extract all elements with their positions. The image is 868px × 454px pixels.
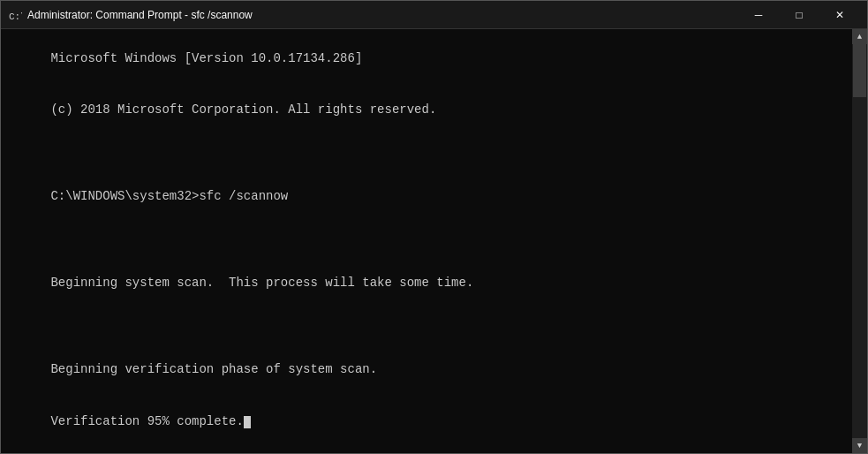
window-controls: ─ □ ✕ <box>738 1 860 29</box>
scrollbar-track[interactable] <box>852 44 867 438</box>
terminal-line-4: C:\WINDOWS\system32>sfc /scannow <box>50 189 288 203</box>
svg-text:C:\: C:\ <box>9 11 22 22</box>
maximize-button[interactable]: □ <box>779 1 819 29</box>
scrollbar[interactable]: ▲ ▼ <box>852 29 867 453</box>
window-title: Administrator: Command Prompt - sfc /sca… <box>27 9 738 21</box>
terminal-line-8: Beginning verification phase of system s… <box>50 362 377 376</box>
terminal-line-2: (c) 2018 Microsoft Corporation. All righ… <box>50 102 436 117</box>
terminal-output[interactable]: Microsoft Windows [Version 10.0.17134.28… <box>1 29 852 453</box>
scrollbar-up-arrow[interactable]: ▲ <box>852 29 867 44</box>
cmd-window: C:\ Administrator: Command Prompt - sfc … <box>0 0 868 454</box>
window-content: Microsoft Windows [Version 10.0.17134.28… <box>1 29 867 453</box>
terminal-line-6: Beginning system scan. This process will… <box>50 276 473 290</box>
scrollbar-thumb[interactable] <box>853 44 866 97</box>
terminal-cursor <box>244 416 251 428</box>
scrollbar-down-arrow[interactable]: ▼ <box>852 438 867 453</box>
terminal-line-1: Microsoft Windows [Version 10.0.17134.28… <box>50 51 362 65</box>
minimize-button[interactable]: ─ <box>738 1 779 29</box>
cmd-icon: C:\ <box>8 8 22 22</box>
title-bar: C:\ Administrator: Command Prompt - sfc … <box>1 1 867 29</box>
close-button[interactable]: ✕ <box>819 1 860 29</box>
terminal-line-9: Verification 95% complete. <box>50 414 243 428</box>
